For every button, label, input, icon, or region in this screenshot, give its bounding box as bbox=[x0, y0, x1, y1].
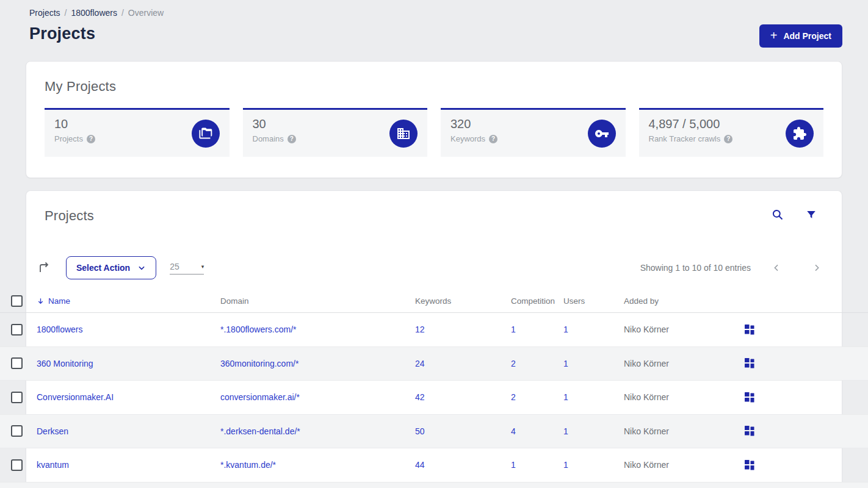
select-action-dropdown[interactable]: Select Action bbox=[66, 256, 156, 279]
table-body: 1800flowers *.1800flowers.com/* 12 1 1 N… bbox=[0, 313, 868, 483]
projects-folders-icon bbox=[192, 120, 220, 148]
stat-projects: 10 Projects ? bbox=[45, 108, 230, 157]
project-domain-link[interactable]: *.1800flowers.com/* bbox=[220, 325, 415, 334]
select-all-checkbox[interactable] bbox=[11, 295, 23, 307]
project-domain-link[interactable]: 360monitoring.com/* bbox=[220, 359, 415, 368]
competition-count: 1 bbox=[511, 460, 563, 470]
competition-count: 2 bbox=[511, 392, 563, 402]
select-action-label: Select Action bbox=[76, 263, 130, 273]
export-arrow-icon[interactable] bbox=[37, 260, 51, 275]
plus-icon: + bbox=[770, 29, 778, 41]
keywords-count: 42 bbox=[415, 392, 511, 402]
stats-row: 10 Projects ? 30 Domains ? 320 Keywords bbox=[45, 108, 823, 157]
stat-rank-tracker: 4,897 / 5,000 Rank Tracker crawls ? bbox=[639, 108, 824, 157]
project-domain-link[interactable]: conversionmaker.ai/* bbox=[220, 392, 415, 402]
dashboard-grid-icon[interactable] bbox=[745, 392, 868, 403]
column-header-added-by[interactable]: Added by bbox=[624, 296, 745, 306]
showing-entries-text: Showing 1 to 10 of 10 entries bbox=[640, 263, 751, 273]
page-size-select[interactable]: 25 ▾ bbox=[170, 262, 204, 274]
table-row: Conversionmaker.AI conversionmaker.ai/* … bbox=[0, 381, 868, 415]
table-header-row: Name Domain Keywords Competition Users A… bbox=[0, 290, 868, 311]
breadcrumb-separator: / bbox=[65, 8, 67, 18]
projects-table: Name Domain Keywords Competition Users A… bbox=[0, 290, 868, 488]
column-header-competition[interactable]: Competition bbox=[511, 296, 563, 306]
filter-icon[interactable] bbox=[806, 209, 817, 220]
competition-count: 1 bbox=[511, 325, 563, 334]
row-checkbox[interactable] bbox=[11, 357, 23, 369]
stat-rank-tracker-label: Rank Tracker crawls bbox=[649, 134, 721, 143]
prev-page-icon[interactable] bbox=[772, 263, 781, 273]
keywords-count: 24 bbox=[415, 359, 511, 368]
breadcrumb-projects[interactable]: Projects bbox=[29, 8, 60, 18]
column-header-keywords[interactable]: Keywords bbox=[415, 296, 511, 306]
dashboard-grid-icon[interactable] bbox=[745, 325, 868, 335]
users-count: 1 bbox=[563, 460, 624, 470]
table-row: Derksen *.derksen-dental.de/* 50 4 1 Nik… bbox=[0, 415, 868, 449]
add-project-label: Add Project bbox=[783, 31, 831, 41]
next-row-partial bbox=[0, 483, 868, 488]
project-name-link[interactable]: Conversionmaker.AI bbox=[37, 392, 220, 402]
added-by-name: Niko Körner bbox=[624, 392, 745, 402]
users-count: 1 bbox=[563, 426, 624, 436]
help-icon[interactable]: ? bbox=[87, 135, 95, 143]
table-row: 360 Monitoring 360monitoring.com/* 24 2 … bbox=[0, 347, 868, 381]
project-domain-link[interactable]: *.derksen-dental.de/* bbox=[220, 426, 415, 436]
sort-desc-icon bbox=[37, 297, 45, 305]
project-name-link[interactable]: 1800flowers bbox=[37, 325, 220, 334]
building-icon bbox=[389, 120, 418, 148]
added-by-name: Niko Körner bbox=[624, 426, 745, 436]
users-count: 1 bbox=[563, 359, 624, 368]
row-checkbox[interactable] bbox=[11, 392, 23, 403]
stat-domains-label: Domains bbox=[253, 134, 284, 143]
column-header-domain[interactable]: Domain bbox=[220, 296, 415, 306]
users-count: 1 bbox=[563, 325, 624, 334]
keywords-count: 44 bbox=[415, 460, 511, 470]
help-icon[interactable]: ? bbox=[288, 135, 296, 143]
competition-count: 4 bbox=[511, 426, 563, 436]
page-size-value: 25 bbox=[170, 262, 179, 271]
added-by-name: Niko Körner bbox=[624, 460, 745, 470]
select-arrow-icon: ▾ bbox=[201, 264, 204, 270]
breadcrumb: Projects / 1800flowers / Overview bbox=[29, 8, 164, 18]
row-checkbox[interactable] bbox=[11, 425, 23, 437]
search-icon[interactable] bbox=[772, 209, 784, 221]
row-checkbox[interactable] bbox=[11, 324, 23, 336]
users-count: 1 bbox=[563, 392, 624, 402]
stat-domains: 30 Domains ? bbox=[243, 108, 428, 157]
projects-panel-title: Projects bbox=[26, 191, 842, 224]
puzzle-icon bbox=[786, 120, 814, 148]
breadcrumb-overview: Overview bbox=[128, 8, 164, 18]
breadcrumb-separator: / bbox=[121, 8, 124, 18]
my-projects-title: My Projects bbox=[26, 62, 842, 95]
column-header-name[interactable]: Name bbox=[37, 296, 220, 306]
help-icon[interactable]: ? bbox=[489, 135, 497, 143]
stat-keywords: 320 Keywords ? bbox=[441, 108, 626, 157]
page-title: Projects bbox=[29, 24, 95, 43]
row-checkbox[interactable] bbox=[11, 459, 23, 471]
keywords-count: 12 bbox=[415, 325, 511, 334]
stat-keywords-label: Keywords bbox=[450, 134, 485, 143]
table-row: 1800flowers *.1800flowers.com/* 12 1 1 N… bbox=[0, 313, 868, 347]
add-project-button[interactable]: + Add Project bbox=[759, 24, 842, 48]
dashboard-grid-icon[interactable] bbox=[745, 460, 868, 470]
breadcrumb-1800flowers[interactable]: 1800flowers bbox=[71, 8, 117, 18]
chevron-down-icon bbox=[137, 264, 146, 272]
project-domain-link[interactable]: *.kvantum.de/* bbox=[220, 460, 415, 470]
project-name-link[interactable]: Derksen bbox=[37, 426, 220, 436]
key-icon bbox=[588, 120, 616, 148]
project-name-link[interactable]: kvantum bbox=[37, 460, 220, 470]
competition-count: 2 bbox=[511, 359, 563, 368]
column-header-users[interactable]: Users bbox=[563, 296, 624, 306]
table-toolbar: Select Action 25 ▾ Showing 1 to 10 of 10… bbox=[37, 256, 823, 279]
next-page-icon[interactable] bbox=[812, 263, 822, 273]
my-projects-card: My Projects 10 Projects ? 30 Domains ? 3… bbox=[26, 61, 842, 178]
help-icon[interactable]: ? bbox=[724, 135, 732, 143]
keywords-count: 50 bbox=[415, 426, 511, 436]
added-by-name: Niko Körner bbox=[624, 359, 745, 368]
dashboard-grid-icon[interactable] bbox=[745, 358, 868, 368]
table-row: kvantum *.kvantum.de/* 44 1 1 Niko Körne… bbox=[0, 448, 868, 483]
added-by-name: Niko Körner bbox=[624, 325, 745, 334]
panel-head-icons bbox=[772, 209, 817, 221]
dashboard-grid-icon[interactable] bbox=[745, 426, 868, 436]
project-name-link[interactable]: 360 Monitoring bbox=[37, 359, 220, 368]
